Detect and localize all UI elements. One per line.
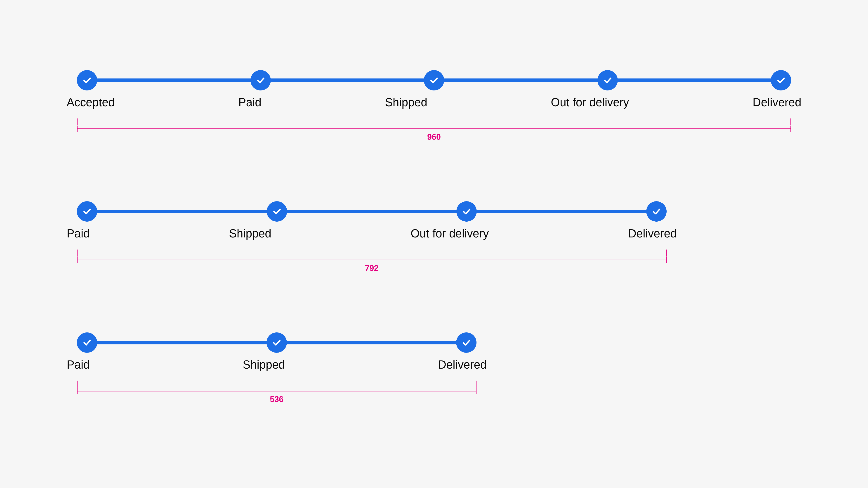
step-label: Delivered [628, 226, 677, 240]
step-out-for-delivery [597, 70, 618, 90]
dimension-value: 960 [77, 132, 791, 142]
canvas: Accepted Paid Shipped Out for delivery D… [0, 0, 868, 488]
step-label: Delivered [438, 358, 487, 371]
check-icon [461, 206, 472, 217]
dimension-value: 536 [77, 395, 476, 404]
progress-indicator-4: Paid Shipped Out for delivery Delivered … [77, 201, 666, 277]
step-label: Shipped [243, 358, 285, 371]
progress-track [77, 332, 476, 353]
step-accepted [77, 70, 97, 90]
dimension-tick [77, 118, 78, 125]
step-paid [77, 332, 97, 353]
check-icon [602, 75, 613, 86]
check-icon [429, 75, 439, 86]
step-shipped [267, 332, 287, 353]
dimension-tick [666, 249, 666, 257]
dimension-cap [476, 388, 476, 394]
step-out-for-delivery [456, 201, 477, 222]
dimension-line [77, 391, 476, 391]
dimension-annotation: 792 [77, 249, 666, 277]
progress-labels: Accepted Paid Shipped Out for delivery D… [67, 95, 801, 109]
progress-labels: Paid Shipped Out for delivery Delivered [67, 226, 677, 240]
step-label: Out for delivery [551, 95, 629, 109]
dimension-tick [476, 380, 476, 388]
dimension-line [77, 128, 791, 129]
dimension-cap [666, 257, 666, 263]
check-icon [461, 337, 471, 348]
step-paid [77, 201, 97, 222]
progress-track [77, 70, 791, 90]
dimension-tick [77, 380, 78, 388]
dimension-line [77, 260, 666, 260]
step-label: Paid [238, 95, 261, 109]
check-icon [272, 206, 282, 217]
check-icon [82, 206, 92, 217]
dimension-tick [77, 249, 78, 257]
check-icon [272, 337, 282, 348]
progress-indicator-5: Accepted Paid Shipped Out for delivery D… [77, 70, 791, 145]
step-shipped [424, 70, 444, 90]
progress-connector [87, 210, 656, 213]
check-icon [651, 206, 662, 217]
check-icon [776, 75, 786, 86]
step-label: Out for delivery [411, 226, 489, 240]
step-delivered [456, 332, 476, 353]
dimension-cap [77, 388, 78, 394]
step-label: Paid [67, 226, 90, 240]
dimension-value: 792 [77, 264, 666, 273]
step-label: Paid [67, 358, 90, 371]
step-label: Shipped [385, 95, 427, 109]
step-label: Delivered [753, 95, 801, 109]
check-icon [255, 75, 266, 86]
step-delivered [771, 70, 791, 90]
check-icon [82, 75, 92, 86]
dimension-tick [790, 118, 791, 125]
dimension-annotation: 536 [77, 380, 476, 408]
progress-track [77, 201, 666, 222]
dimension-cap [77, 257, 78, 263]
step-paid [250, 70, 271, 90]
step-label: Shipped [229, 226, 271, 240]
step-delivered [646, 201, 666, 222]
dimension-annotation: 960 [77, 118, 791, 145]
step-shipped [267, 201, 287, 222]
progress-labels: Paid Shipped Delivered [67, 358, 487, 371]
dimension-cap [790, 126, 791, 132]
dimension-cap [77, 126, 78, 132]
progress-indicator-3: Paid Shipped Delivered 536 [77, 332, 476, 408]
check-icon [82, 337, 92, 348]
step-label: Accepted [67, 95, 115, 109]
